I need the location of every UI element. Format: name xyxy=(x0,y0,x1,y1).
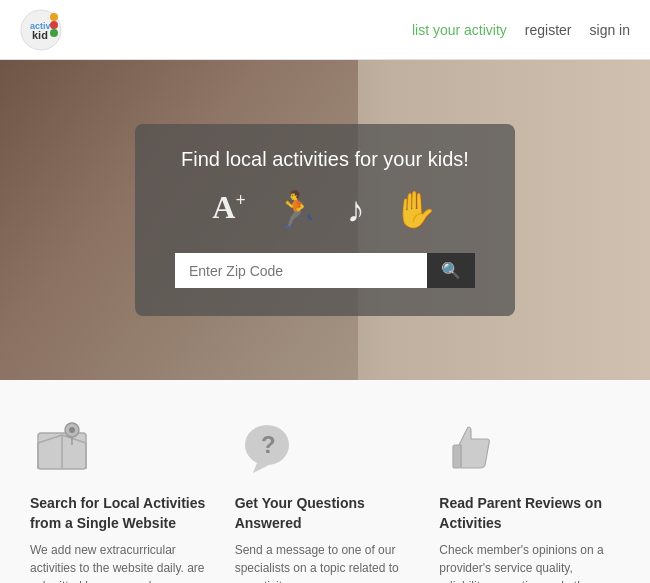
feature-search: Search for Local Activities from a Singl… xyxy=(30,412,211,583)
feature-search-desc: We add new extracurricular activities to… xyxy=(30,541,211,583)
arts-icon: ✋ xyxy=(393,189,438,231)
svg-text:kid: kid xyxy=(32,29,48,41)
svg-rect-14 xyxy=(453,445,461,468)
search-local-icon xyxy=(30,412,211,482)
header-nav: list your activity register sign in xyxy=(412,22,630,38)
features-section: Search for Local Activities from a Singl… xyxy=(0,380,650,583)
feature-questions: ? Get Your Questions Answered Send a mes… xyxy=(235,412,416,583)
search-bar: 🔍 xyxy=(175,253,475,288)
feature-questions-desc: Send a message to one of our specialists… xyxy=(235,541,416,583)
feature-reviews-title: Read Parent Reviews on Activities xyxy=(439,494,620,533)
svg-point-3 xyxy=(50,13,58,21)
svg-point-8 xyxy=(69,427,75,433)
search-button[interactable]: 🔍 xyxy=(427,253,475,288)
list-activity-link[interactable]: list your activity xyxy=(412,22,507,38)
questions-icon: ? xyxy=(235,412,416,482)
hero-title: Find local activities for your kids! xyxy=(175,148,475,171)
hero-category-icons: A+ 🏃 ♪ ✋ xyxy=(175,189,475,231)
register-link[interactable]: register xyxy=(525,22,572,38)
logo: active kid xyxy=(20,9,66,51)
signin-link[interactable]: sign in xyxy=(590,22,630,38)
hero-box: Find local activities for your kids! A+ … xyxy=(135,124,515,316)
feature-questions-title: Get Your Questions Answered xyxy=(235,494,416,533)
feature-reviews-desc: Check member's opinions on a provider's … xyxy=(439,541,620,583)
zip-code-input[interactable] xyxy=(175,253,427,288)
logo-icon: active kid xyxy=(20,9,62,51)
svg-point-5 xyxy=(50,29,58,37)
svg-text:?: ? xyxy=(261,431,276,458)
reviews-icon xyxy=(439,412,620,482)
hero-overlay: Find local activities for your kids! A+ … xyxy=(0,60,650,380)
feature-reviews: Read Parent Reviews on Activities Check … xyxy=(439,412,620,583)
svg-point-4 xyxy=(50,21,58,29)
music-icon: ♪ xyxy=(347,189,365,231)
header: active kid list your activity register s… xyxy=(0,0,650,60)
academics-icon: A+ xyxy=(212,189,245,231)
sports-icon: 🏃 xyxy=(274,189,319,231)
hero-section: Find local activities for your kids! A+ … xyxy=(0,60,650,380)
feature-search-title: Search for Local Activities from a Singl… xyxy=(30,494,211,533)
